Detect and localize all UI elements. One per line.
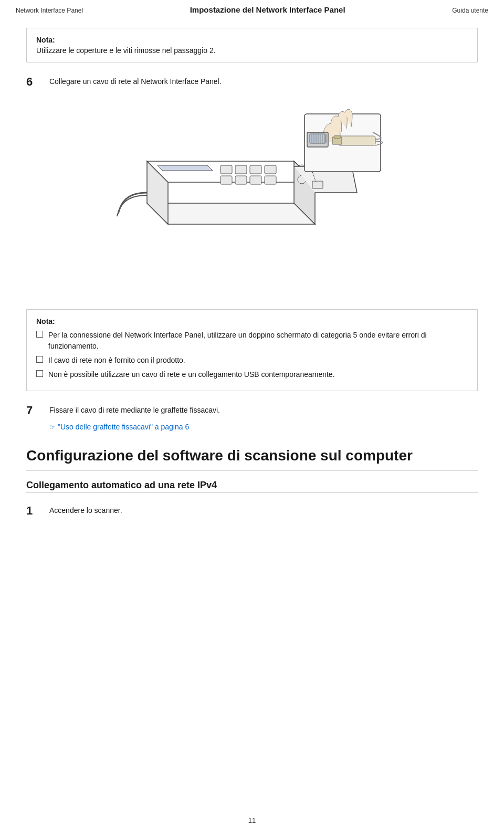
illustration-area — [26, 98, 478, 298]
svg-rect-5 — [235, 176, 247, 184]
header-right: Guida utente — [452, 7, 488, 14]
svg-rect-4 — [220, 176, 232, 184]
bullet-note-box: Nota: Per la connessione del Network Int… — [26, 309, 478, 391]
svg-rect-0 — [220, 165, 232, 174]
ref-link-text: "Uso delle graffette fissacavi" a pagina… — [58, 423, 189, 431]
svg-rect-6 — [250, 176, 261, 184]
step-7-row: 7 Fissare il cavo di rete mediante le gr… — [26, 403, 478, 417]
step-6-row: 6 Collegare un cavo di rete al Network I… — [26, 74, 478, 89]
ref-link-row: ☞ "Uso delle graffette fissacavi" a pagi… — [26, 423, 478, 431]
section-divider — [26, 470, 478, 471]
zoom-inset — [304, 109, 383, 182]
page-number: 11 — [248, 816, 256, 824]
note-box-step6: Nota: Utilizzare le coperture e le viti … — [26, 28, 478, 62]
main-content: Nota: Utilizzare le coperture e le viti … — [0, 17, 504, 543]
bullet-text-1: Per la connessione del Network Interface… — [48, 330, 468, 352]
section-heading: Configurazione del software di scansione… — [26, 447, 478, 465]
ref-link[interactable]: ☞ "Uso delle graffette fissacavi" a pagi… — [49, 423, 478, 431]
step-7-text: Fissare il cavo di rete mediante le graf… — [49, 403, 220, 416]
step-6-text: Collegare un cavo di rete al Network Int… — [49, 74, 222, 87]
step-1-text: Accendere lo scanner. — [49, 503, 122, 516]
svg-rect-7 — [265, 176, 276, 184]
device-illustration — [116, 98, 388, 298]
bullet-item-1: Per la connessione del Network Interface… — [36, 330, 468, 352]
svg-rect-1 — [235, 165, 247, 174]
bullet-text-2: Il cavo di rete non è fornito con il pro… — [48, 355, 185, 366]
step-6-number: 6 — [26, 75, 49, 89]
note-text-step6: Utilizzare le coperture e le viti rimoss… — [36, 46, 468, 55]
checkbox-icon-2 — [36, 356, 43, 363]
bullet-text-3: Non è possibile utilizzare un cavo di re… — [48, 369, 335, 380]
svg-rect-2 — [250, 165, 261, 174]
step-7-number: 7 — [26, 404, 49, 417]
note-title-step6: Nota: — [36, 36, 468, 44]
page-footer: 11 — [0, 816, 504, 824]
bullet-item-2: Il cavo di rete non è fornito con il pro… — [36, 355, 468, 366]
checkbox-icon-3 — [36, 370, 43, 377]
bullet-item-3: Non è possibile utilizzare un cavo di re… — [36, 369, 468, 380]
subsection-heading: Collegamento automatico ad una rete IPv4 — [26, 480, 478, 491]
page-header: Network Interface Panel Impostazione del… — [0, 0, 504, 17]
svg-rect-22 — [339, 136, 375, 145]
bullet-note-title: Nota: — [36, 317, 468, 326]
svg-rect-10 — [312, 181, 323, 188]
ref-icon: ☞ — [49, 423, 56, 431]
checkbox-icon-1 — [36, 331, 43, 338]
subsection-divider — [26, 492, 478, 492]
header-left: Network Interface Panel — [16, 7, 83, 14]
step-1-number: 1 — [26, 504, 49, 518]
step-1-row: 1 Accendere lo scanner. — [26, 503, 478, 518]
svg-rect-24 — [334, 135, 340, 139]
svg-rect-3 — [265, 165, 276, 174]
header-center: Impostazione del Network Interface Panel — [83, 5, 452, 14]
